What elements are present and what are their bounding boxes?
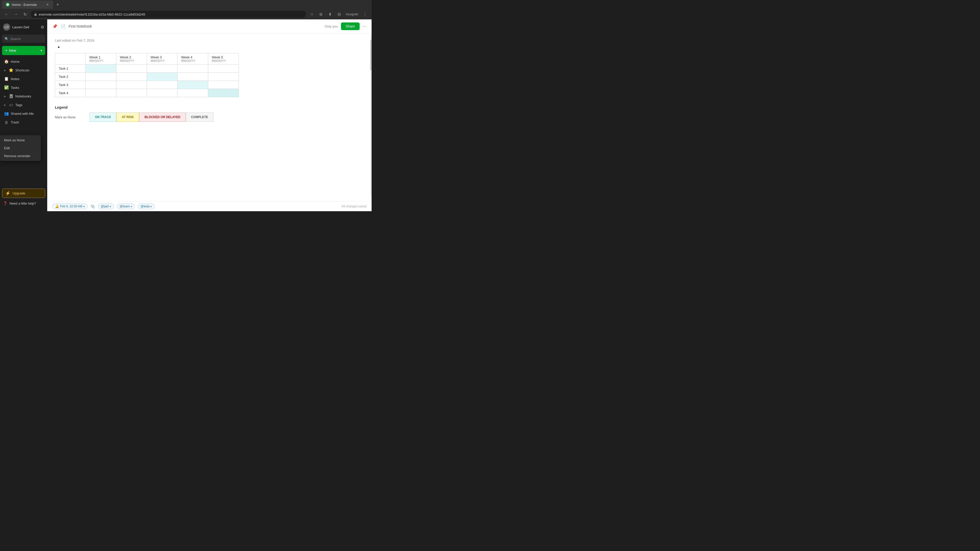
gantt-header-week3: Week 3 MM/DD/YY bbox=[147, 53, 178, 65]
browser-tab[interactable]: Home - Evernote ✕ bbox=[2, 0, 53, 9]
sidebar-item-shared[interactable]: 👥 Shared with Me bbox=[1, 110, 46, 118]
week5-date: MM/DD/YY bbox=[212, 59, 235, 62]
notebooks-icon: 📓 bbox=[9, 94, 13, 98]
task1-label: Task 1 bbox=[55, 65, 86, 73]
saved-status: All changes saved bbox=[342, 205, 366, 208]
tag-team-dropdown[interactable]: ▾ bbox=[130, 205, 132, 208]
avatar: LD bbox=[3, 24, 10, 30]
week1-label: Week 1 bbox=[89, 56, 113, 59]
bullet-point bbox=[58, 46, 59, 48]
sidebar-item-notes[interactable]: 📋 Notes bbox=[1, 75, 46, 83]
upgrade-button[interactable]: ⚡ Upgrade bbox=[2, 189, 45, 198]
task3-week5 bbox=[208, 81, 239, 89]
new-tab-button[interactable]: + bbox=[54, 1, 61, 8]
week3-date: MM/DD/YY bbox=[151, 59, 174, 62]
help-button[interactable]: ❓ Need a little help? bbox=[2, 200, 45, 207]
tag-teda-dropdown[interactable]: ▾ bbox=[151, 205, 152, 208]
content-footer: 🔔 Feb 9, 10:30 AM ▾ 📎 @jael ▾ @team ▾ @t… bbox=[47, 201, 372, 211]
sidebar-item-label: Home bbox=[11, 60, 20, 64]
download-button[interactable]: ⬇ bbox=[326, 11, 334, 18]
context-menu: Mark as None Edit Remove reminder bbox=[0, 135, 41, 161]
legend-complete: COMPLETE bbox=[186, 113, 213, 122]
task1-week3 bbox=[147, 65, 178, 73]
search-label: Search bbox=[10, 37, 21, 41]
sidebar-header: LD Lauren Deli ⚙ bbox=[0, 21, 47, 33]
share-button[interactable]: Share bbox=[341, 22, 360, 30]
bookmark-button[interactable]: ☆ bbox=[308, 11, 315, 18]
expand-icon: ▶ bbox=[4, 103, 6, 106]
notebook-name[interactable]: First Notebook bbox=[68, 24, 92, 28]
tab-favicon bbox=[6, 3, 10, 6]
notes-icon: 📋 bbox=[4, 76, 9, 81]
sidebar-item-tags[interactable]: ▶ 🏷 Tags bbox=[1, 101, 46, 109]
more-options-button[interactable]: ··· bbox=[363, 24, 366, 29]
tab-bar: Home - Evernote ✕ + bbox=[0, 0, 372, 9]
sidebar-item-home[interactable]: 🏠 Home bbox=[1, 57, 46, 65]
help-label: Need a little help? bbox=[10, 202, 36, 205]
new-button-label: New bbox=[9, 48, 39, 52]
legend-section: Legend Mark as None ON TRACK AT RISK BLO… bbox=[55, 105, 364, 122]
more-options-button[interactable]: ⋮ bbox=[361, 11, 369, 18]
week2-date: MM/DD/YY bbox=[120, 59, 143, 62]
tag-teda[interactable]: @teda ▾ bbox=[138, 203, 155, 209]
task3-label: Task 3 bbox=[55, 81, 86, 89]
attachment-button[interactable]: 📎 bbox=[91, 204, 95, 208]
tag-jael-dropdown[interactable]: ▾ bbox=[110, 205, 111, 208]
week4-date: MM/DD/YY bbox=[181, 59, 204, 62]
content-header: 📌 📄 First Notebook Only you Share ··· bbox=[47, 19, 372, 33]
scrollbar[interactable] bbox=[370, 35, 372, 196]
user-name-label: Lauren Deli bbox=[12, 25, 38, 29]
sidebar-item-label: Notebooks bbox=[15, 94, 31, 98]
extensions-button[interactable]: ⧉ bbox=[317, 11, 325, 18]
search-icon: 🔍 bbox=[5, 37, 9, 41]
settings-button[interactable]: ⚙ bbox=[41, 25, 44, 30]
forward-button[interactable]: → bbox=[12, 11, 19, 18]
task2-week3 bbox=[147, 73, 178, 81]
new-dropdown-icon[interactable]: ▾ bbox=[41, 49, 42, 52]
search-bar[interactable]: 🔍 Search bbox=[2, 35, 45, 43]
split-button[interactable]: ⊟ bbox=[336, 11, 343, 18]
address-bar[interactable]: evernote.com/client/web#/note/f11f216a-d… bbox=[30, 11, 306, 18]
tag-team[interactable]: @team ▾ bbox=[117, 203, 135, 209]
help-icon: ❓ bbox=[3, 201, 7, 205]
task3-week1 bbox=[86, 81, 116, 89]
context-menu-item-edit[interactable]: Edit bbox=[0, 144, 41, 152]
task4-week2 bbox=[116, 89, 147, 97]
scrollbar-thumb[interactable] bbox=[370, 40, 372, 70]
task2-week2 bbox=[116, 73, 147, 81]
tag-team-label: @team bbox=[120, 205, 130, 208]
task4-week5 bbox=[208, 89, 239, 97]
tab-close-button[interactable]: ✕ bbox=[45, 3, 49, 6]
legend-mark-label: Mark as None bbox=[55, 115, 86, 119]
upgrade-icon: ⚡ bbox=[5, 191, 11, 196]
sidebar-item-trash[interactable]: 🗑 Trash bbox=[1, 118, 46, 126]
new-button[interactable]: + New ▾ bbox=[2, 46, 45, 55]
trash-icon: 🗑 bbox=[4, 120, 9, 124]
sidebar-bottom: ⚡ Upgrade ❓ Need a little help? bbox=[0, 186, 47, 209]
reminder-dropdown[interactable]: ▾ bbox=[83, 205, 85, 208]
legend-at-risk: AT RISK bbox=[116, 113, 139, 122]
gantt-header-week5: Week 5 MM/DD/YY bbox=[208, 53, 239, 65]
task1-week1 bbox=[86, 65, 116, 73]
tag-jael[interactable]: @jael ▾ bbox=[98, 203, 114, 209]
shared-icon: 👥 bbox=[4, 111, 9, 116]
reload-button[interactable]: ↻ bbox=[21, 11, 29, 18]
task4-week4 bbox=[178, 89, 208, 97]
sidebar-item-label: Shared with Me bbox=[11, 112, 34, 116]
pin-icon[interactable]: 📌 bbox=[52, 24, 57, 29]
week5-label: Week 5 bbox=[212, 56, 235, 59]
sidebar-item-notebooks[interactable]: ▶ 📓 Notebooks bbox=[1, 92, 46, 100]
sidebar-item-tasks[interactable]: ✅ Tasks bbox=[1, 83, 46, 92]
table-row: Task 4 bbox=[55, 89, 239, 97]
task3-week4 bbox=[178, 81, 208, 89]
header-right: Only you Share ··· bbox=[325, 22, 366, 30]
back-button[interactable]: ← bbox=[3, 11, 10, 18]
new-icon: + bbox=[5, 48, 7, 53]
context-menu-item-remove[interactable]: Remove reminder bbox=[0, 152, 41, 160]
sidebar-item-label: Tags bbox=[15, 103, 22, 107]
sidebar-item-shortcuts[interactable]: ▶ ⭐ Shortcuts bbox=[1, 66, 46, 74]
incognito-label: Incognito bbox=[345, 13, 360, 16]
context-menu-item-mark[interactable]: Mark as None bbox=[0, 136, 41, 144]
reminder-badge[interactable]: 🔔 Feb 9, 10:30 AM ▾ bbox=[52, 203, 88, 209]
sidebar-item-label: Shortcuts bbox=[15, 68, 29, 72]
